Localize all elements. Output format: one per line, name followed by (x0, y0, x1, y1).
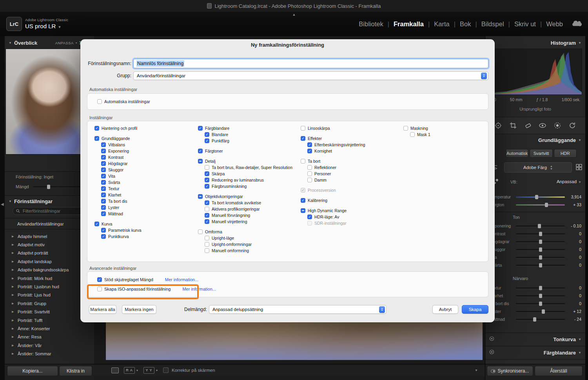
checkbox-row[interactable]: Skuggor (101, 167, 191, 173)
create-button[interactable]: Skapa (462, 305, 488, 314)
slider[interactable] (516, 233, 565, 235)
more-info-link[interactable]: Mer information... (182, 287, 216, 291)
module-tab[interactable]: Skriv ut (504, 20, 536, 28)
slider-thumb[interactable] (533, 317, 536, 322)
slider-thumb[interactable] (539, 240, 542, 244)
checkbox[interactable] (97, 277, 102, 282)
checkbox[interactable] (101, 211, 106, 216)
slider-thumb[interactable] (542, 309, 545, 314)
histogram-panel-header[interactable]: Histogram ▼ (485, 38, 585, 47)
masking-tool-icon[interactable] (553, 121, 562, 130)
slider-value[interactable]: - 0.10 (565, 224, 581, 228)
chevron-down-icon[interactable]: ▾ (136, 369, 138, 372)
slider[interactable] (516, 319, 565, 320)
reset-button[interactable]: Återställ (535, 366, 583, 376)
module-tab[interactable]: Framkalla (383, 20, 424, 28)
zoom-fit-option[interactable]: ANPASSA (55, 41, 74, 45)
checkbox[interactable] (205, 138, 209, 143)
preset-group-item[interactable]: Ämne: Konserter (5, 324, 94, 333)
crop-tool-icon[interactable] (509, 121, 517, 130)
checkbox[interactable] (205, 184, 209, 189)
reset-tool-icon[interactable] (568, 121, 577, 130)
checkbox[interactable] (198, 159, 203, 164)
checkbox[interactable] (205, 248, 209, 253)
module-tab[interactable]: Webb (536, 20, 563, 28)
checkbox-row[interactable]: Aktivera profilkorrigeringar (205, 206, 296, 212)
checkbox-row[interactable]: Ta bort brus, Raw-detaljer, Super Resolu… (205, 164, 296, 171)
select-all-button[interactable]: Markera alla (89, 305, 116, 314)
checkbox[interactable] (101, 155, 106, 160)
checkbox[interactable] (198, 229, 203, 234)
chevron-down-icon[interactable]: ▾ (156, 369, 158, 372)
checkbox[interactable] (205, 200, 209, 205)
checkbox-row[interactable]: Reflektioner (307, 164, 399, 171)
left-panel-collapse-arrow-icon[interactable]: ◀ (1, 202, 4, 206)
slider-thumb[interactable] (47, 185, 50, 189)
checkbox-row[interactable]: Ta bort kromatisk avvikelse (205, 200, 296, 206)
checkbox-row[interactable]: Objektivkorrigeringar (198, 193, 296, 200)
checkbox[interactable] (301, 159, 305, 164)
checkbox[interactable] (205, 242, 209, 247)
checkbox-row[interactable]: Upright-omformningar (205, 241, 296, 247)
checkbox[interactable] (403, 126, 408, 131)
slider[interactable] (516, 295, 565, 296)
preset-group-item[interactable]: Årstider: Sommar (5, 349, 94, 358)
checkbox-row[interactable]: Maskning (403, 125, 486, 131)
module-tab[interactable]: Bok (450, 20, 471, 28)
group-select[interactable]: Användarförinställningar ▲▼ (133, 71, 488, 80)
checkbox[interactable] (307, 149, 312, 153)
module-tab[interactable]: Bildspel (471, 20, 504, 28)
red-eye-tool-icon[interactable] (538, 121, 547, 130)
before-after-view-control[interactable]: Y Y (143, 367, 154, 374)
checkbox-row[interactable]: Detalj (198, 158, 296, 164)
slider-thumb[interactable] (539, 263, 542, 267)
select-none-button[interactable]: Markera ingen (122, 305, 156, 314)
preset-search-box[interactable] (13, 207, 85, 215)
profile-browser-grid-icon[interactable] (576, 164, 582, 172)
checkbox-row[interactable]: Mättnad (101, 211, 191, 217)
checkbox-row[interactable]: Skärpa (205, 171, 296, 177)
profile-select[interactable]: Adobe Färg ▲▼ (504, 162, 572, 173)
treatment-button[interactable]: Svartvitt (530, 149, 552, 158)
slider[interactable] (516, 225, 565, 227)
checkbox-row[interactable]: Mask 1 (410, 131, 486, 138)
panel-reveal-arrow-icon[interactable]: ▲ (292, 13, 296, 16)
checkbox-row[interactable]: Färgbrusminskning (205, 183, 296, 189)
slider-value[interactable]: 0 (565, 285, 581, 290)
slider-thumb[interactable] (539, 247, 542, 252)
slider[interactable] (516, 303, 565, 304)
checkbox-row[interactable]: Kornighet (307, 148, 399, 154)
sync-button[interactable]: Synkronisera... (487, 366, 533, 376)
checkbox[interactable] (301, 208, 305, 213)
slider-value[interactable]: - 24 (565, 317, 581, 322)
checkbox[interactable] (101, 228, 106, 233)
paste-button[interactable]: Klistra in (59, 366, 92, 376)
slider-value[interactable]: 0 (565, 247, 581, 252)
reference-view-control[interactable]: R A (124, 367, 135, 374)
checkbox[interactable] (97, 99, 102, 104)
slider[interactable] (516, 265, 565, 266)
module-tab[interactable]: Bibliotek (359, 20, 383, 28)
checkbox[interactable] (101, 186, 106, 191)
slider-value[interactable]: 0 (565, 263, 581, 267)
preset-search-input[interactable] (22, 208, 82, 214)
checkbox[interactable] (101, 167, 106, 172)
cancel-button[interactable]: Avbryt (432, 305, 458, 314)
checkbox[interactable] (101, 174, 106, 178)
slider-thumb[interactable] (539, 294, 542, 298)
checkbox-row[interactable]: Upright-läge (205, 235, 296, 241)
checkbox-row[interactable]: Manuell omformning (205, 247, 296, 254)
checkbox[interactable] (101, 161, 106, 166)
checkbox[interactable] (101, 205, 106, 210)
slider[interactable] (516, 249, 565, 250)
remove-tool-icon[interactable] (524, 121, 532, 130)
slider-thumb[interactable] (545, 203, 548, 207)
cloud-sync-icon[interactable] (572, 20, 582, 29)
panel-switch-icon[interactable] (489, 336, 494, 343)
checkbox[interactable] (307, 178, 312, 182)
checkbox[interactable] (410, 132, 415, 137)
subset-select[interactable]: Anpassad deluppsättning ▲▼ (209, 305, 387, 314)
loupe-view-icon[interactable] (111, 367, 119, 373)
checkbox[interactable] (94, 136, 99, 141)
slider-value[interactable]: + 33 (565, 202, 581, 207)
